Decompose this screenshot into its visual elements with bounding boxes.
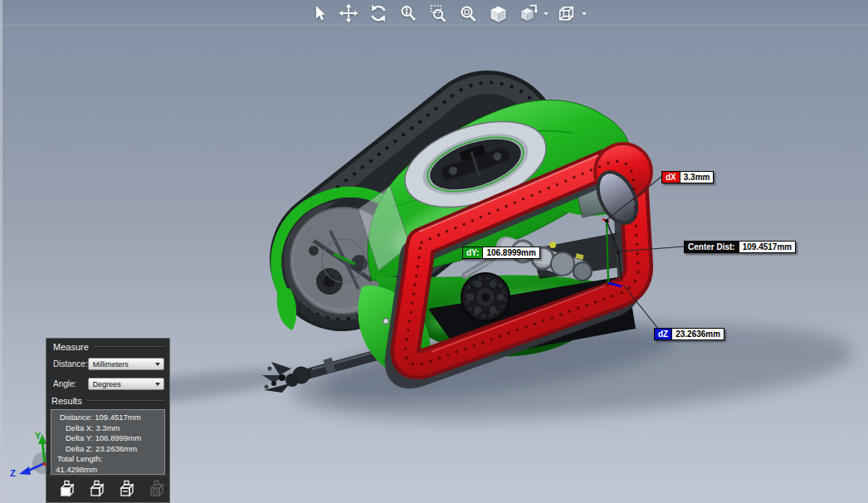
result-delta-z: Delta Z: 23.2636mm bbox=[53, 444, 163, 455]
measure-panel-title: Measure bbox=[53, 342, 89, 352]
zoom-to-fit-tool[interactable] bbox=[457, 2, 479, 24]
angle-units-label: Angle: bbox=[53, 379, 88, 388]
view-orientation-tool[interactable] bbox=[555, 2, 577, 24]
callout-center-value: 109.4517mm bbox=[739, 242, 796, 252]
callout-dy[interactable]: dY: 106.8999mm bbox=[462, 247, 540, 259]
measure-mode-button-3[interactable] bbox=[118, 480, 136, 500]
view-toolbar bbox=[304, 2, 589, 25]
result-total-length-value: 41.4298mm bbox=[53, 465, 163, 476]
y-axis-label: Y bbox=[35, 431, 41, 441]
distance-units-dropdown[interactable]: Millimeters bbox=[88, 358, 164, 370]
display-style-tool[interactable] bbox=[487, 2, 509, 24]
z-axis-arrow bbox=[19, 466, 31, 475]
measure-results: Distance: 109.4517mm Delta X: 3.3mm Delt… bbox=[51, 409, 165, 475]
result-distance: Distance: 109.4517mm bbox=[53, 413, 163, 423]
title-divider bbox=[94, 346, 164, 348]
callout-dy-label: dY: bbox=[463, 247, 483, 258]
delta-y-line bbox=[607, 221, 608, 283]
callout-dx[interactable]: dX 3.3mm bbox=[661, 171, 714, 183]
sprocket-wheel bbox=[461, 273, 510, 321]
select-tool[interactable] bbox=[308, 2, 329, 24]
callout-dz[interactable]: dZ 23.2636mm bbox=[654, 328, 724, 340]
z-axis-label: Z bbox=[10, 468, 16, 478]
measure-mode-button-1[interactable] bbox=[58, 480, 76, 500]
callout-dz-label: dZ bbox=[655, 329, 672, 339]
section-view-dropdown-caret[interactable] bbox=[544, 12, 549, 16]
zoom-to-area-tool[interactable] bbox=[427, 2, 449, 24]
angle-units-dropdown[interactable]: Degrees bbox=[88, 378, 164, 390]
cad-viewport[interactable]: dX 3.3mm Center Dist: 109.4517mm dY: 106… bbox=[0, 0, 868, 503]
measure-mode-button-2[interactable] bbox=[88, 480, 106, 500]
callout-dz-value: 23.2636mm bbox=[672, 329, 724, 339]
rotate-view-tool[interactable] bbox=[368, 2, 389, 24]
callout-dx-value: 3.3mm bbox=[680, 172, 714, 183]
angle-units-value: Degrees bbox=[89, 380, 155, 388]
measure-panel: Measure Distance: Millimeters Angle: Deg… bbox=[46, 338, 170, 503]
distance-units-label: Distance: bbox=[53, 359, 88, 369]
results-label: Results bbox=[51, 396, 82, 406]
viewport-left-edge bbox=[0, 0, 2, 503]
callout-center-label: Center Dist: bbox=[685, 242, 739, 252]
callout-dx-label: dX bbox=[662, 172, 680, 183]
zoom-in-out-tool[interactable] bbox=[397, 2, 419, 24]
measure-mode-button-4 bbox=[148, 480, 166, 500]
chevron-down-icon bbox=[155, 363, 160, 366]
view-orientation-dropdown-caret[interactable] bbox=[582, 12, 587, 16]
result-delta-x: Delta X: 3.3mm bbox=[53, 423, 163, 434]
result-delta-y: Delta Y: 106.8999mm bbox=[53, 433, 163, 444]
distance-units-value: Millimeters bbox=[89, 360, 155, 369]
measure-panel-buttons bbox=[46, 476, 169, 502]
results-divider bbox=[87, 400, 164, 402]
section-view-tool[interactable] bbox=[517, 2, 539, 24]
result-total-length-label: Total Length: bbox=[53, 454, 163, 465]
pan-tool[interactable] bbox=[338, 2, 359, 24]
chevron-down-icon bbox=[155, 383, 160, 386]
callout-center-dist[interactable]: Center Dist: 109.4517mm bbox=[684, 241, 796, 253]
callout-dy-value: 106.8999mm bbox=[483, 247, 539, 258]
